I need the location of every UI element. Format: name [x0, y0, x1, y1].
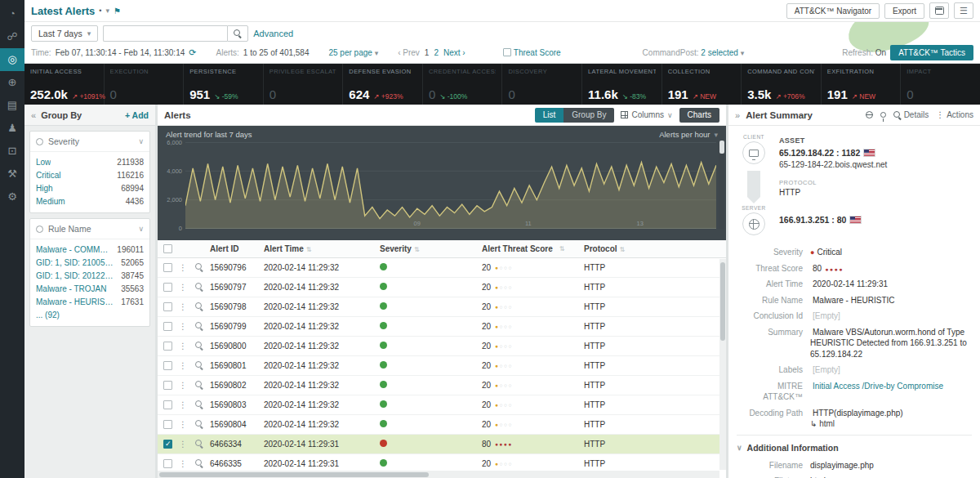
time-range-select[interactable]: Last 7 days ▾: [31, 25, 98, 42]
search-input[interactable]: [103, 25, 227, 42]
chevron-down-icon[interactable]: ∨: [138, 137, 144, 145]
groupby-value-link[interactable]: ... (92): [36, 310, 60, 319]
row-menu-icon[interactable]: ⋮: [177, 400, 189, 409]
tactic-column[interactable]: DEFENSE EVASION 624 ↗ +923%: [343, 64, 423, 105]
row-checkbox[interactable]: [163, 342, 172, 351]
alerts-icon[interactable]: ◎: [0, 48, 24, 71]
commandpost-select[interactable]: CommandPost: 2 selected ▾: [643, 48, 745, 57]
add-groupby-button[interactable]: + Add: [125, 110, 149, 120]
tactic-column[interactable]: IMPACT 0: [901, 64, 980, 105]
groupby-value-link[interactable]: GID: 1, SID: 2012252, Rev:..: [36, 271, 116, 280]
row-menu-icon[interactable]: ⋮: [177, 302, 189, 311]
calendar-button[interactable]: [929, 2, 949, 19]
col-header-protocol[interactable]: Protocol⇅: [584, 244, 719, 253]
row-zoom-icon[interactable]: [189, 400, 210, 410]
title-caret-icon[interactable]: ▾: [105, 7, 109, 15]
table-row[interactable]: ⋮ 15690800 2020-02-14 11:29:32 20 ●○○○ H…: [158, 337, 726, 356]
table-row[interactable]: ⋮ 15690797 2020-02-14 11:29:32 20 ●○○○ H…: [158, 278, 726, 297]
row-checkbox[interactable]: [163, 322, 172, 331]
chart-unit-select[interactable]: Alerts per hour ▾: [659, 130, 718, 139]
refresh-toggle[interactable]: Refresh: On: [842, 48, 886, 57]
export-button[interactable]: Export: [884, 3, 924, 19]
details-button[interactable]: Details: [893, 110, 929, 119]
table-row[interactable]: ⋮ 6466334 2020-02-14 11:29:31 80 ●●●● HT…: [158, 435, 726, 454]
dashboard-icon[interactable]: ◔: [0, 2, 24, 25]
tactic-column[interactable]: COMMAND AND CONTR... 3.5k ↗ +706%: [742, 64, 822, 105]
radio-icon[interactable]: [36, 138, 43, 145]
tactic-column[interactable]: LATERAL MOVEMENT 11.6k ↘ -83%: [582, 64, 662, 105]
row-menu-icon[interactable]: ⋮: [177, 263, 189, 272]
chart-scrollbar-thumb[interactable]: [719, 141, 724, 154]
row-checkbox[interactable]: [163, 459, 172, 468]
groupby-value-link[interactable]: Critical: [36, 171, 61, 180]
table-vertical-scrollbar[interactable]: [719, 259, 726, 470]
col-header-alert-time[interactable]: Alert Time⇅: [264, 244, 380, 253]
row-zoom-icon[interactable]: [189, 459, 210, 469]
table-row[interactable]: ⋮ 15690799 2020-02-14 11:29:32 20 ●○○○ H…: [158, 317, 726, 337]
tactic-column[interactable]: PRIVILEGE ESCALATION 0: [264, 64, 344, 105]
tactic-column[interactable]: EXECUTION 0: [105, 64, 185, 105]
table-row[interactable]: ⋮ 15690798 2020-02-14 11:29:32 20 ●○○○ H…: [158, 297, 726, 317]
row-checkbox[interactable]: [163, 283, 172, 292]
threat-score-checkbox[interactable]: [503, 48, 511, 56]
threats-icon[interactable]: ⊕: [0, 71, 24, 94]
row-checkbox[interactable]: [163, 440, 172, 449]
row-menu-icon[interactable]: ⋮: [177, 459, 189, 468]
row-zoom-icon[interactable]: [189, 302, 210, 312]
per-page-select[interactable]: 25 per page ▾: [328, 48, 378, 57]
severity-card-header[interactable]: Severity ∨: [30, 132, 149, 152]
row-checkbox[interactable]: [163, 400, 172, 409]
table-row[interactable]: ⋮ 15690803 2020-02-14 11:29:32 20 ●○○○ H…: [158, 395, 726, 415]
search-button[interactable]: [227, 25, 248, 42]
endpoints-icon[interactable]: ⊡: [0, 140, 24, 163]
scrollbar-thumb[interactable]: [159, 472, 429, 477]
groupby-value-link[interactable]: High: [36, 184, 53, 193]
row-zoom-icon[interactable]: [189, 361, 210, 371]
table-row[interactable]: ⋮ 15690796 2020-02-14 11:29:32 20 ●○○○ H…: [158, 258, 726, 278]
row-menu-icon[interactable]: ⋮: [177, 361, 189, 370]
rulename-card-header[interactable]: Rule Name ∨: [30, 219, 149, 239]
expand-panel-icon[interactable]: »: [735, 110, 740, 120]
table-row[interactable]: ⋮ 15690801 2020-02-14 11:29:32 20 ●○○○ H…: [158, 356, 726, 376]
groupby-value-link[interactable]: Medium: [36, 197, 65, 206]
radio-icon[interactable]: [36, 226, 43, 233]
groupby-value-link[interactable]: Malware - HEURISTIC: [36, 297, 116, 306]
row-zoom-icon[interactable]: [189, 440, 210, 449]
globe-icon[interactable]: [866, 111, 873, 118]
list-view-button[interactable]: List: [535, 108, 564, 123]
reports-icon[interactable]: ▤: [0, 94, 24, 117]
attck-navigator-button[interactable]: ATT&CK™ Navigator: [786, 3, 880, 19]
page-2-button[interactable]: 2: [434, 48, 439, 57]
row-menu-icon[interactable]: ⋮: [177, 440, 189, 449]
pin-icon[interactable]: [880, 112, 886, 118]
scrollbar-thumb[interactable]: [720, 262, 725, 341]
columns-select[interactable]: Columns ∨: [621, 110, 672, 119]
tools-icon[interactable]: ⚒: [0, 163, 24, 185]
tactic-column[interactable]: EXFILTRATION 191 ↗ NEW: [822, 64, 902, 105]
tactic-column[interactable]: CREDENTIAL ACCESS 0 ↘ -100%: [423, 64, 503, 105]
row-menu-icon[interactable]: ⋮: [177, 420, 189, 429]
advanced-link[interactable]: Advanced: [253, 29, 293, 38]
row-zoom-icon[interactable]: [189, 283, 210, 293]
tactic-column[interactable]: INITIAL ACCESS 252.0k ↗ +1091%: [24, 64, 105, 105]
row-zoom-icon[interactable]: [189, 420, 210, 430]
row-zoom-icon[interactable]: [189, 322, 210, 332]
row-checkbox[interactable]: [163, 420, 172, 429]
chart-scrollbar[interactable]: [719, 141, 724, 229]
collapse-panel-icon[interactable]: «: [31, 110, 36, 120]
charts-button[interactable]: Charts: [679, 108, 719, 123]
row-checkbox[interactable]: [163, 381, 172, 390]
actions-button[interactable]: ⋮Actions: [936, 110, 973, 119]
row-zoom-icon[interactable]: [189, 263, 210, 273]
table-horizontal-scrollbar[interactable]: [158, 471, 719, 478]
chevron-down-icon[interactable]: ∨: [138, 225, 144, 233]
groupby-value-link[interactable]: GID: 1, SID: 2100598, Rev:..: [36, 258, 116, 267]
page-1-button[interactable]: 1: [425, 48, 430, 57]
users-icon[interactable]: ♟: [0, 117, 24, 140]
prev-button[interactable]: ‹ Prev: [398, 48, 420, 57]
groupby-value-link[interactable]: Malware - COMMERCIAL: [36, 245, 112, 254]
attck-tactics-button[interactable]: ATT&CK™ Tactics: [890, 45, 973, 60]
next-button[interactable]: Next ›: [443, 48, 466, 57]
saved-search-icon[interactable]: ⚑: [114, 7, 121, 16]
row-checkbox[interactable]: [163, 302, 172, 311]
